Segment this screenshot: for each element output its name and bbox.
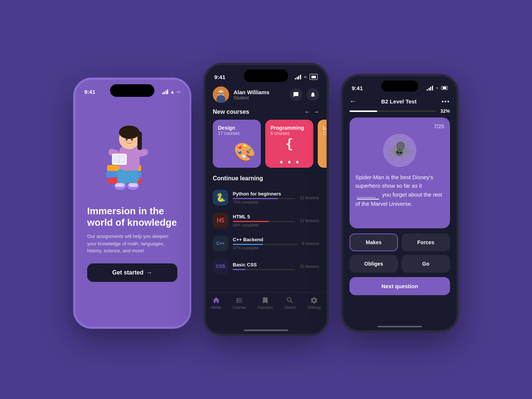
user-role: Student	[233, 95, 285, 100]
nav-favorites-label: Favorites	[258, 306, 273, 310]
lesson-progress-bar-html	[233, 221, 295, 222]
lesson-progress-fill-cpp	[233, 244, 263, 245]
quiz-header: ← B2 Level Test •••	[343, 95, 457, 108]
lesson-progress-bar-python	[233, 198, 295, 199]
lesson-info-css: Basic CSS	[233, 262, 295, 271]
quiz-progress-bar	[349, 110, 436, 112]
answer-obliges[interactable]: Obliges	[349, 255, 398, 273]
lesson-count-cpp: 8 lessons	[302, 241, 319, 246]
lesson-item-python[interactable]: 🐍 Python for beginners 72% complete 12 l…	[213, 186, 319, 209]
signal-icon-2	[295, 75, 301, 79]
lesson-item-css[interactable]: CSS Basic CSS 10 lessons	[213, 255, 319, 278]
svg-point-17	[119, 126, 140, 139]
lesson-item-html[interactable]: H5 HTML 5 58% complete 17 lessons	[213, 209, 319, 232]
lesson-progress-fill-python	[233, 198, 278, 199]
status-icons-1: ▲ ▭	[162, 89, 180, 95]
phone-quiz: 9:41 ≈ ← B2 Level Test •••	[341, 74, 459, 332]
nav-courses[interactable]: Courses	[232, 296, 246, 310]
back-button[interactable]: ←	[349, 98, 356, 105]
phone-onboarding: 9:41 ▲ ▭	[73, 78, 191, 329]
course-card-language[interactable]: Lan... 13 c... 📖	[318, 120, 327, 168]
dynamic-island-2	[244, 69, 288, 82]
status-time-1: 9:41	[84, 89, 95, 95]
settings-icon	[310, 296, 318, 304]
courses-scroll: Design 17 courses 🎨 Programming 8 course…	[205, 120, 327, 174]
lesson-icon-html: H5	[213, 213, 228, 228]
onboarding-description: Our assignments will help you deepen you…	[87, 233, 177, 255]
svg-rect-9	[129, 183, 138, 187]
lesson-name-html: HTML 5	[233, 214, 295, 219]
course-card-programming[interactable]: Programming 8 courses { ... }	[265, 120, 313, 168]
course-design-count: 17 courses	[218, 131, 256, 136]
home-indicator-2	[205, 327, 327, 334]
course-design-title: Design	[218, 125, 256, 131]
new-courses-title: New courses	[213, 109, 249, 115]
nav-settings-label: Settings	[307, 306, 321, 310]
course-language-icon: 📖	[323, 145, 327, 163]
illustration-area	[84, 98, 180, 202]
answer-forces[interactable]: Forces	[402, 233, 450, 251]
lesson-complete-python: 72% complete	[233, 200, 295, 204]
lesson-icon-python: 🐍	[213, 190, 228, 205]
lesson-progress-bar-css	[233, 269, 295, 270]
lesson-info-python: Python for beginners 72% complete	[233, 191, 295, 204]
nav-courses-label: Courses	[232, 306, 246, 310]
girl-illustration	[99, 106, 166, 194]
wifi-icon-1: ▲	[170, 89, 175, 95]
answer-go[interactable]: Go	[402, 255, 450, 273]
lesson-item-cpp[interactable]: C++ C++ Backend 47% complete 8 lessons	[213, 232, 319, 255]
course-language-count: 13 c...	[323, 131, 327, 136]
quiz-progress-pct: 32%	[440, 108, 450, 114]
more-options-button[interactable]: •••	[441, 98, 450, 105]
spider-emoji: 🕷️	[388, 139, 412, 162]
signal-icon-1	[162, 89, 168, 94]
wifi-icon-3: ≈	[436, 86, 438, 90]
message-button[interactable]	[290, 88, 302, 101]
home-indicator-3	[343, 323, 457, 330]
nav-favorites[interactable]: Favorites	[258, 296, 273, 310]
battery-icon-2	[310, 74, 318, 80]
notification-button[interactable]	[307, 88, 319, 101]
message-icon	[293, 92, 299, 98]
battery-icon-1: ▭	[177, 89, 180, 94]
answer-makes[interactable]: Makes	[349, 233, 398, 251]
status-icons-2: ≈	[295, 74, 318, 80]
courses-prev-arrow[interactable]: ←	[304, 109, 310, 115]
battery-icon-3	[441, 86, 448, 90]
lesson-progress-bar-cpp	[233, 244, 298, 245]
lesson-count-python: 12 lessons	[300, 195, 319, 200]
lesson-name-python: Python for beginners	[233, 191, 295, 197]
new-courses-header: New courses ← →	[205, 107, 327, 120]
home-bar-3	[378, 326, 422, 327]
user-info: Alan Williams Student	[233, 89, 285, 100]
header-icons	[290, 88, 319, 101]
svg-point-20	[131, 139, 133, 141]
status-icons-3: ≈	[427, 86, 448, 91]
nav-search[interactable]: Search	[284, 296, 296, 310]
dynamic-island-3	[381, 81, 418, 92]
course-programming-icon: { ... }	[270, 136, 308, 168]
svg-rect-8	[115, 183, 125, 187]
svg-point-21	[123, 140, 127, 143]
lesson-info-html: HTML 5 58% complete	[233, 214, 295, 227]
get-started-button[interactable]: Get started →	[87, 263, 177, 282]
svg-point-22	[132, 140, 135, 143]
home-bar-2	[244, 330, 288, 331]
question-card: 7/25 🕷️ Spider-Man is the best Disney's …	[349, 117, 450, 228]
nav-settings[interactable]: Settings	[307, 296, 321, 310]
quiz-progress-fill	[349, 110, 377, 112]
course-programming-title: Programming	[270, 125, 308, 131]
course-card-design[interactable]: Design 17 courses 🎨	[213, 120, 261, 168]
search-icon	[286, 296, 294, 304]
nav-home[interactable]: Home	[211, 296, 221, 310]
question-counter: 7/25	[355, 123, 444, 129]
courses-next-arrow[interactable]: →	[313, 109, 319, 115]
svg-point-19	[126, 139, 128, 141]
next-question-button[interactable]: Next question	[349, 277, 450, 295]
quiz-progress-section: 32%	[343, 108, 457, 117]
lesson-complete-html: 58% complete	[233, 223, 295, 227]
lesson-count-html: 17 lessons	[300, 218, 319, 223]
onboarding-text: Immersion in the world of knowledge Our …	[84, 205, 180, 282]
lesson-name-cpp: C++ Backend	[233, 237, 298, 242]
home-content: Alan Williams Student	[205, 83, 327, 334]
